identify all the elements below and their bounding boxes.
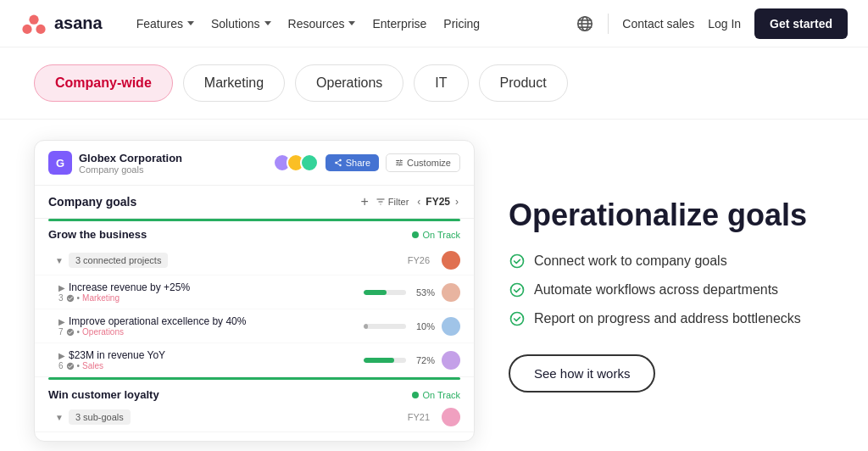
goal-row-name: $23M in revenue YoY <box>69 349 357 361</box>
mockup-subtitle: Company goals <box>79 164 266 175</box>
right-heading: Operationalize goals <box>509 198 834 232</box>
progress-bar-fill <box>364 358 394 363</box>
goal-group2-name: Win customer loyalty <box>48 388 412 401</box>
svg-point-10 <box>511 313 524 326</box>
progress-bar-fill <box>364 324 368 329</box>
fy-prev-button[interactable]: ‹ <box>415 194 422 209</box>
user-avatars <box>273 153 319 172</box>
goal-row-meta: 3 • Marketing <box>58 293 357 303</box>
right-content: Operationalize goals Connect work to com… <box>509 140 834 442</box>
avatar <box>442 251 460 270</box>
goal-row: ▶ $23M in revenue YoY 6 • Sales 72% <box>35 342 474 376</box>
tab-it[interactable]: IT <box>414 64 468 102</box>
progress-pct: 10% <box>411 321 435 331</box>
status-dot-green <box>412 231 419 238</box>
fy-next-button[interactable]: › <box>453 194 460 209</box>
avatar <box>442 408 460 426</box>
tab-product[interactable]: Product <box>479 64 568 102</box>
connected-badge: 3 connected projects <box>69 253 169 268</box>
mockup-header: G Globex Corporation Company goals Share… <box>35 141 474 186</box>
share-button[interactable]: Share <box>326 154 379 171</box>
chevron-down-icon <box>187 21 194 25</box>
goal-row-name: Improve operational excellence by 40% <box>69 315 357 327</box>
row-expand-icon: ▶ <box>58 351 65 360</box>
login-button[interactable]: Log In <box>708 17 741 31</box>
nav-divider <box>608 14 609 34</box>
nav-right: Contact sales Log In Get started <box>576 8 848 39</box>
goals-section-title: Company goals <box>48 195 354 209</box>
goal-row-name: Increase revenue by +25% <box>69 281 357 293</box>
progress-bar-bg <box>364 290 406 295</box>
app-mockup: G Globex Corporation Company goals Share… <box>34 140 475 442</box>
logo[interactable]: asana <box>20 10 103 37</box>
goal-row: ▶ Increase revenue by +25% 3 • Marketing… <box>35 275 474 309</box>
chevron-down-icon <box>264 21 271 25</box>
contact-sales-link[interactable]: Contact sales <box>622 17 694 31</box>
mockup-header-actions: Share Customize <box>273 153 460 172</box>
row-expand-icon: ▶ <box>58 283 65 292</box>
fy-group-label: FY26 <box>408 255 430 265</box>
tab-marketing[interactable]: Marketing <box>183 64 285 102</box>
avatar <box>442 317 460 336</box>
tabs-section: Company-wide Marketing Operations IT Pro… <box>0 47 868 120</box>
navigation: asana Features Solutions Resources Enter… <box>0 0 868 47</box>
mockup-avatar: G <box>48 151 72 175</box>
connected-projects[interactable]: ▼ 3 connected projects FY26 <box>35 248 474 275</box>
tab-operations[interactable]: Operations <box>295 64 403 102</box>
check-circle-icon <box>509 281 526 298</box>
goal-group2-header: Win customer loyalty On Track <box>35 380 474 404</box>
features-list: Connect work to company goals Automate w… <box>509 253 834 327</box>
fy-label: FY25 <box>426 196 450 208</box>
mini-progress: 10% <box>364 321 435 331</box>
status-badge: On Track <box>412 230 460 240</box>
globe-icon[interactable] <box>576 14 594 33</box>
tab-company-wide[interactable]: Company-wide <box>34 64 173 102</box>
customize-button[interactable]: Customize <box>386 153 460 172</box>
check-circle-icon <box>509 310 526 327</box>
svg-point-0 <box>29 14 38 24</box>
mini-progress: 72% <box>364 355 435 365</box>
goal-row: ▶ Improve operational excellence by 40% … <box>35 309 474 342</box>
avatar <box>442 283 460 302</box>
get-started-button[interactable]: Get started <box>754 8 848 39</box>
mini-progress: 53% <box>364 287 435 298</box>
status-badge: On Track <box>412 390 460 400</box>
nav-resources[interactable]: Resources <box>288 17 356 31</box>
svg-point-2 <box>36 24 45 33</box>
progress-bar-fill <box>364 290 387 295</box>
progress-pct: 72% <box>411 355 435 365</box>
sub-goals-row: ▼ 3 sub-goals FY21 <box>35 404 474 432</box>
nav-enterprise[interactable]: Enterprise <box>372 17 426 31</box>
fy-navigator: ‹ FY25 › <box>415 194 460 209</box>
see-how-button[interactable]: See how it works <box>509 354 655 393</box>
nav-solutions[interactable]: Solutions <box>211 17 271 31</box>
avatar <box>442 351 460 370</box>
svg-point-8 <box>511 255 524 268</box>
expand-icon: ▼ <box>55 413 64 422</box>
avatar <box>300 153 319 172</box>
chevron-down-icon <box>348 21 355 25</box>
logo-text: asana <box>54 14 103 33</box>
check-circle-icon <box>509 253 526 270</box>
fy-group2-label: FY21 <box>408 412 430 422</box>
goal-group-1: Grow the business On Track ▼ 3 connected… <box>35 219 474 377</box>
sub-goals-badge: 3 sub-goals <box>69 409 131 425</box>
goal-group-header: Grow the business On Track <box>35 221 474 248</box>
filter-icon <box>376 197 386 207</box>
goals-toolbar: Company goals + Filter ‹ FY25 › <box>35 186 474 219</box>
svg-point-9 <box>511 284 524 297</box>
nav-features[interactable]: Features <box>136 17 194 31</box>
goal-row-meta: 6 • Sales <box>58 361 357 370</box>
add-goal-button[interactable]: + <box>361 194 369 209</box>
status-dot-green <box>412 392 419 398</box>
goal-group-2: Win customer loyalty On Track ▼ 3 sub-go… <box>35 377 474 432</box>
expand-icon: ▼ <box>55 256 64 265</box>
progress-bar-bg <box>364 324 406 329</box>
task-icon <box>66 362 75 370</box>
progress-bar-bg <box>364 358 406 363</box>
nav-pricing[interactable]: Pricing <box>443 17 480 31</box>
customize-icon <box>395 159 403 167</box>
list-item: Connect work to company goals <box>509 253 834 270</box>
filter-button[interactable]: Filter <box>376 197 409 207</box>
main-content: G Globex Corporation Company goals Share… <box>0 120 868 451</box>
